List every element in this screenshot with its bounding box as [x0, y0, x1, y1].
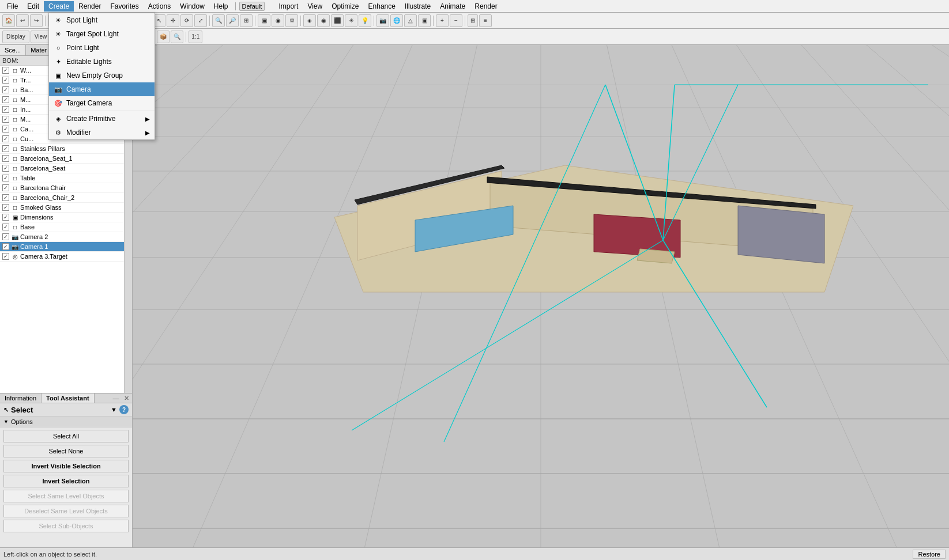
obj-checkbox[interactable]: ✓ [2, 155, 9, 162]
tb-render-opts[interactable]: ⚙ [285, 14, 298, 27]
menu-actions[interactable]: Actions [144, 1, 175, 12]
menu-render-top[interactable]: Render [74, 1, 106, 12]
tab-scene[interactable]: Sce... [0, 45, 26, 55]
tb-env[interactable]: 🌐 [390, 14, 403, 27]
menu-help[interactable]: Help [209, 1, 233, 12]
obj-checkbox[interactable]: ✓ [2, 204, 9, 211]
tb-extra1[interactable]: ≡ [479, 14, 492, 27]
obj-checkbox[interactable]: ✓ [2, 106, 9, 113]
tb-mat1[interactable]: ◈ [303, 14, 316, 27]
tb-view[interactable]: View [31, 31, 51, 43]
menu-import[interactable]: Import [274, 1, 303, 12]
tb-grp[interactable]: ▣ [418, 14, 431, 27]
tb-home[interactable]: 🏠 [2, 14, 15, 27]
help-button[interactable]: ? [119, 405, 129, 414]
tab-close-btn[interactable]: ✕ [122, 393, 131, 403]
menu-view[interactable]: View [303, 1, 327, 12]
list-item[interactable]: ✓□Smoked Glass [0, 203, 124, 213]
menu-favorites[interactable]: Favorites [106, 1, 143, 12]
tb-mat3[interactable]: ⬛ [331, 14, 344, 27]
menu-animate[interactable]: Animate [435, 1, 470, 12]
obj-checkbox[interactable]: ✓ [2, 253, 9, 260]
menu-window[interactable]: Window [175, 1, 209, 12]
tb-move[interactable]: ✛ [167, 14, 179, 27]
tb-redo[interactable]: ↪ [30, 14, 43, 27]
list-item[interactable]: ✓□Stainless Pillars [0, 144, 124, 154]
list-item[interactable]: ✓◎Camera 3.Target [0, 252, 124, 262]
list-item[interactable]: ✓□Barcelona_Seat [0, 164, 124, 173]
list-item[interactable]: ✓📷Camera 2 [0, 232, 124, 242]
dd-editable-lights[interactable]: ✦ Editable Lights [49, 55, 155, 69]
obj-checkbox[interactable]: ✓ [2, 243, 9, 250]
tb-scale[interactable]: ⤢ [194, 14, 207, 27]
menu-create[interactable]: Create [44, 1, 74, 12]
obj-checkbox[interactable]: ✓ [2, 165, 9, 172]
menu-render-right[interactable]: Render [470, 1, 502, 12]
list-item[interactable]: ✓□Barcelona_Seat_1 [0, 154, 124, 164]
tab-minimize-btn[interactable]: — [111, 393, 120, 403]
menu-illustrate[interactable]: Illustrate [400, 1, 435, 12]
tb-grid-snap[interactable]: ⊞ [468, 14, 478, 27]
tab-information[interactable]: Information [0, 393, 42, 403]
select-dropdown-icon[interactable]: ▼ [111, 406, 117, 413]
list-item[interactable]: ✓□Barcelona_Chair_2 [0, 193, 124, 203]
tb-prim[interactable]: △ [404, 14, 417, 27]
tb-undo[interactable]: ↩ [16, 14, 29, 27]
dd-spot-light[interactable]: ☀ Spot Light [49, 13, 155, 27]
dd-camera[interactable]: 📷 Camera [49, 82, 155, 96]
obj-checkbox[interactable]: ✓ [2, 67, 9, 74]
dd-create-primitive[interactable]: ◈ Create Primitive ▶ [49, 112, 155, 126]
menu-file[interactable]: File [2, 1, 22, 12]
restore-button[interactable]: Restore [913, 550, 946, 559]
select-all-button[interactable]: Select All [3, 430, 129, 442]
obj-checkbox[interactable]: ✓ [2, 175, 9, 181]
tb-zoom-in[interactable]: 🔍 [212, 14, 225, 27]
tb-plus[interactable]: + [436, 14, 449, 27]
dd-target-spot-light[interactable]: ☀ Target Spot Light [49, 27, 155, 41]
invert-selection-button[interactable]: Invert Selection [3, 475, 129, 487]
tb-find[interactable]: 🔍 [171, 31, 183, 43]
tb-mat2[interactable]: ◉ [317, 14, 330, 27]
viewport[interactable] [133, 45, 949, 547]
dd-new-empty-group[interactable]: ▣ New Empty Group [49, 69, 155, 82]
obj-checkbox[interactable]: ✓ [2, 96, 9, 103]
dd-modifier[interactable]: ⚙ Modifier ▶ [49, 126, 155, 139]
obj-checkbox[interactable]: ✓ [2, 194, 9, 201]
default-badge[interactable]: Default [239, 2, 265, 11]
obj-checkbox[interactable]: ✓ [2, 145, 9, 152]
tab-tool-assistant[interactable]: Tool Assistant [42, 393, 95, 403]
tb-light1[interactable]: ☀ [345, 14, 357, 27]
dd-target-camera[interactable]: 🎯 Target Camera [49, 96, 155, 110]
obj-checkbox[interactable]: ✓ [2, 224, 9, 230]
obj-checkbox[interactable]: ✓ [2, 77, 9, 84]
tb-cam[interactable]: 📷 [376, 14, 389, 27]
menu-optimize[interactable]: Optimize [327, 1, 363, 12]
list-item[interactable]: ✓□Base [0, 222, 124, 232]
obj-checkbox[interactable]: ✓ [2, 233, 9, 240]
tb-display[interactable]: Display [2, 31, 29, 43]
tb-rotate[interactable]: ⟳ [180, 14, 193, 27]
list-item[interactable]: ✓📷Camera 1 [0, 242, 124, 252]
tb-light2[interactable]: 💡 [359, 14, 371, 27]
obj-checkbox[interactable]: ✓ [2, 135, 9, 142]
obj-checkbox[interactable]: ✓ [2, 126, 9, 133]
select-none-button[interactable]: Select None [3, 445, 129, 457]
obj-checkbox[interactable]: ✓ [2, 184, 9, 191]
tb-render-all[interactable]: ◉ [272, 14, 284, 27]
menu-enhance[interactable]: Enhance [364, 1, 400, 12]
obj-checkbox[interactable]: ✓ [2, 86, 9, 93]
list-item[interactable]: ✓□Table [0, 173, 124, 183]
tb-minus[interactable]: − [450, 14, 462, 27]
obj-checkbox[interactable]: ✓ [2, 214, 9, 221]
list-item[interactable]: ✓▣Dimensions [0, 213, 124, 222]
tb-render-region[interactable]: ▣ [258, 14, 270, 27]
options-header[interactable]: ▼ Options [0, 417, 132, 427]
invert-visible-button[interactable]: Invert Visible Selection [3, 460, 129, 472]
list-item[interactable]: ✓□Barcelona Chair [0, 183, 124, 193]
obj-checkbox[interactable]: ✓ [2, 116, 9, 123]
tb-ratio[interactable]: 1:1 [189, 31, 202, 43]
tb-zoom-out[interactable]: 🔎 [226, 14, 239, 27]
menu-edit[interactable]: Edit [22, 1, 44, 12]
tb-bbox[interactable]: 📦 [157, 31, 170, 43]
dd-point-light[interactable]: ○ Point Light [49, 41, 155, 55]
